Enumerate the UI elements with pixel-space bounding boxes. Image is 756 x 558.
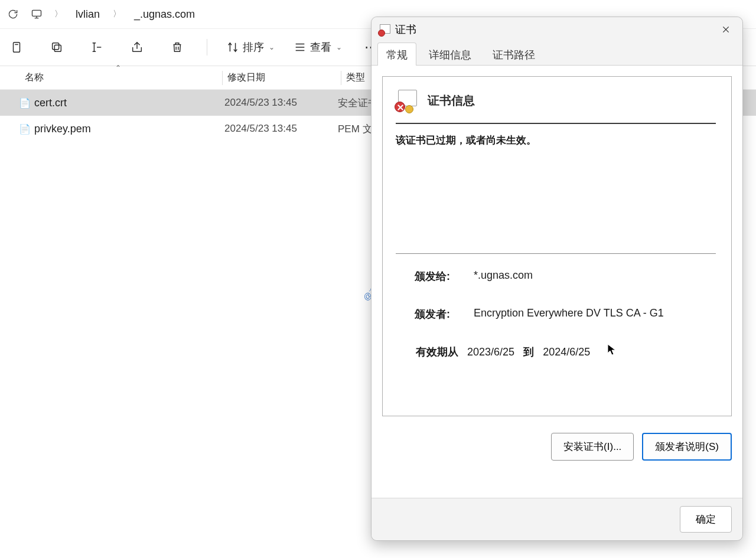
tab-details[interactable]: 详细信息 bbox=[420, 43, 480, 66]
sort-label: 排序 bbox=[243, 40, 264, 54]
install-cert-button[interactable]: 安装证书(I)... bbox=[551, 433, 634, 461]
issued-to-value: *.ugnas.com bbox=[474, 269, 533, 283]
file-type: PEM 文 bbox=[338, 122, 373, 136]
cert-validity-row: 有效期从 2023/6/25 到 2024/6/25 bbox=[416, 345, 716, 359]
breadcrumb-item-1[interactable]: lvlian bbox=[72, 8, 103, 21]
valid-to-value: 2024/6/25 bbox=[543, 346, 590, 358]
svg-rect-1 bbox=[14, 43, 20, 53]
dialog-body: 证书信息 该证书已过期，或者尚未生效。 颁发给: *.ugnas.com 颁发者… bbox=[372, 66, 742, 498]
share-button[interactable] bbox=[126, 37, 148, 58]
new-button[interactable] bbox=[6, 37, 27, 58]
issued-by-value: Encryption Everywhere DV TLS CA - G1 bbox=[474, 307, 664, 321]
issued-to-label: 颁发给: bbox=[415, 269, 474, 283]
file-name: privkey.pem bbox=[34, 123, 224, 135]
file-modified: 2024/5/23 13:45 bbox=[224, 97, 338, 109]
cert-issued-by-row: 颁发者: Encryption Everywhere DV TLS CA - G… bbox=[415, 307, 716, 321]
dialog-title: 证书 bbox=[395, 22, 416, 37]
chevron-right-icon: 〉 bbox=[110, 9, 123, 19]
delete-button[interactable] bbox=[167, 37, 188, 58]
sort-button[interactable]: 排序 ⌄ bbox=[226, 37, 275, 58]
issuer-statement-button[interactable]: 颁发者说明(S) bbox=[642, 433, 732, 461]
certificate-info-panel: 证书信息 该证书已过期，或者尚未生效。 颁发给: *.ugnas.com 颁发者… bbox=[382, 76, 732, 416]
sort-indicator-icon: ⌃ bbox=[115, 64, 121, 72]
valid-from-label: 有效期从 bbox=[416, 346, 458, 358]
column-modified[interactable]: 修改日期 bbox=[227, 71, 341, 84]
view-label: 查看 bbox=[310, 40, 331, 54]
cert-issued-to-row: 颁发给: *.ugnas.com bbox=[415, 269, 716, 283]
view-button[interactable]: 查看 ⌄ bbox=[294, 37, 342, 58]
file-name: cert.crt bbox=[34, 97, 224, 109]
dialog-titlebar: 证书 bbox=[372, 17, 742, 42]
svg-rect-0 bbox=[32, 10, 41, 16]
ok-button[interactable]: 确定 bbox=[680, 506, 732, 533]
pc-icon[interactable] bbox=[28, 6, 45, 22]
cert-info-heading: 证书信息 bbox=[428, 93, 475, 109]
tab-general[interactable]: 常规 bbox=[377, 43, 416, 66]
refresh-button[interactable] bbox=[5, 6, 21, 22]
svg-rect-2 bbox=[54, 45, 61, 51]
cert-status-message: 该证书已过期，或者尚未生效。 bbox=[396, 133, 716, 147]
svg-rect-3 bbox=[53, 43, 59, 50]
chevron-right-icon: 〉 bbox=[52, 9, 65, 19]
close-button[interactable] bbox=[718, 21, 734, 38]
valid-to-label: 到 bbox=[523, 346, 534, 358]
tab-path[interactable]: 证书路径 bbox=[484, 43, 544, 66]
valid-from-value: 2023/6/25 bbox=[467, 346, 514, 358]
rename-button[interactable] bbox=[86, 37, 107, 58]
dialog-footer: 确定 bbox=[372, 498, 742, 540]
column-name[interactable]: 名称 bbox=[25, 71, 222, 84]
certificate-file-icon: 📄 bbox=[18, 97, 32, 109]
certificate-icon bbox=[380, 24, 390, 35]
certificate-dialog: 证书 常规 详细信息 证书路径 证书信息 该证书已过期，或者尚未生效。 颁发给:… bbox=[371, 17, 743, 541]
chevron-down-icon: ⌄ bbox=[269, 43, 275, 51]
pem-file-icon: 📄 bbox=[18, 123, 32, 135]
dialog-tabs: 常规 详细信息 证书路径 bbox=[372, 42, 742, 66]
copy-button[interactable] bbox=[46, 37, 67, 58]
file-modified: 2024/5/23 13:45 bbox=[224, 123, 338, 135]
breadcrumb-item-2[interactable]: _.ugnas.com bbox=[131, 8, 198, 21]
certificate-error-icon bbox=[396, 90, 419, 111]
issued-by-label: 颁发者: bbox=[415, 307, 474, 321]
cert-action-row: 安装证书(I)... 颁发者说明(S) bbox=[382, 433, 732, 461]
toolbar-divider bbox=[207, 39, 207, 56]
chevron-down-icon: ⌄ bbox=[336, 43, 342, 51]
